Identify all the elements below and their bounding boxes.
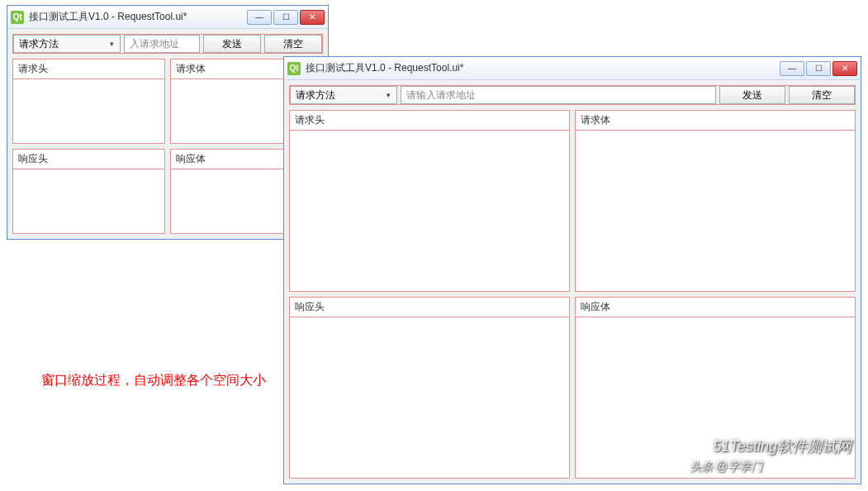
request-header-panel: 请求头 <box>289 110 570 292</box>
window-large: Qt 接口测试工具V1.0 - RequestTool.ui* — ☐ ✕ 请求… <box>283 56 861 484</box>
response-body-textarea[interactable] <box>576 317 855 478</box>
clear-button[interactable]: 清空 <box>789 86 855 104</box>
panel-label: 请求头 <box>13 60 164 79</box>
toolbar: 请求方法 ▾ 请输入请求地址 发送 清空 <box>289 85 856 105</box>
client-area: 请求方法 ▾ 入请求地址 发送 清空 请求头 请求体 响应头 <box>7 29 328 239</box>
address-placeholder: 请输入请求地址 <box>406 88 476 102</box>
response-body-panel: 响应体 <box>575 297 856 479</box>
clear-button[interactable]: 清空 <box>264 35 322 53</box>
panel-grid: 请求头 请求体 响应头 响应体 <box>289 110 856 479</box>
request-body-panel: 请求体 <box>575 110 856 292</box>
qt-icon: Qt <box>287 62 301 75</box>
address-input[interactable]: 入请求地址 <box>124 35 200 53</box>
window-title: 接口测试工具V1.0 - RequestTool.ui* <box>29 10 247 24</box>
qt-icon: Qt <box>11 11 24 24</box>
response-header-panel: 响应头 <box>12 149 165 234</box>
address-placeholder: 入请求地址 <box>130 37 179 51</box>
request-header-textarea[interactable] <box>13 79 164 143</box>
method-dropdown[interactable]: 请求方法 ▾ <box>13 35 121 53</box>
address-input[interactable]: 请输入请求地址 <box>401 86 716 104</box>
close-button[interactable]: ✕ <box>832 61 857 76</box>
close-button[interactable]: ✕ <box>300 10 325 25</box>
minimize-button[interactable]: — <box>780 61 804 76</box>
panel-label: 响应体 <box>576 298 855 317</box>
panel-label: 请求头 <box>290 111 569 131</box>
annotation-text: 窗口缩放过程，自动调整各个空间大小 <box>41 372 266 389</box>
minimize-button[interactable]: — <box>247 10 272 25</box>
request-header-panel: 请求头 <box>12 59 165 144</box>
panel-grid: 请求头 请求体 响应头 响应体 <box>12 59 323 234</box>
panel-label: 请求体 <box>576 111 855 131</box>
window-controls: — ☐ ✕ <box>247 10 325 25</box>
request-header-textarea[interactable] <box>290 131 569 291</box>
panel-label: 响应头 <box>290 298 569 317</box>
chevron-down-icon: ▾ <box>382 91 395 99</box>
method-dropdown[interactable]: 请求方法 ▾ <box>290 86 397 104</box>
send-button[interactable]: 发送 <box>719 86 785 104</box>
response-header-textarea[interactable] <box>13 169 164 233</box>
response-header-textarea[interactable] <box>290 317 569 478</box>
maximize-button[interactable]: ☐ <box>806 61 831 76</box>
method-label: 请求方法 <box>296 88 335 102</box>
titlebar[interactable]: Qt 接口测试工具V1.0 - RequestTool.ui* — ☐ ✕ <box>7 6 328 29</box>
titlebar[interactable]: Qt 接口测试工具V1.0 - RequestTool.ui* — ☐ ✕ <box>284 57 861 80</box>
panel-label: 响应头 <box>13 150 164 169</box>
toolbar: 请求方法 ▾ 入请求地址 发送 清空 <box>12 34 323 54</box>
maximize-button[interactable]: ☐ <box>273 10 298 25</box>
method-label: 请求方法 <box>19 37 59 51</box>
window-controls: — ☐ ✕ <box>780 61 857 76</box>
request-body-textarea[interactable] <box>576 131 855 291</box>
response-header-panel: 响应头 <box>289 297 570 479</box>
window-small: Qt 接口测试工具V1.0 - RequestTool.ui* — ☐ ✕ 请求… <box>7 5 329 240</box>
chevron-down-icon: ▾ <box>105 40 118 48</box>
send-button[interactable]: 发送 <box>203 35 261 53</box>
window-title: 接口测试工具V1.0 - RequestTool.ui* <box>306 61 780 75</box>
client-area: 请求方法 ▾ 请输入请求地址 发送 清空 请求头 请求体 响应头 <box>284 80 861 484</box>
